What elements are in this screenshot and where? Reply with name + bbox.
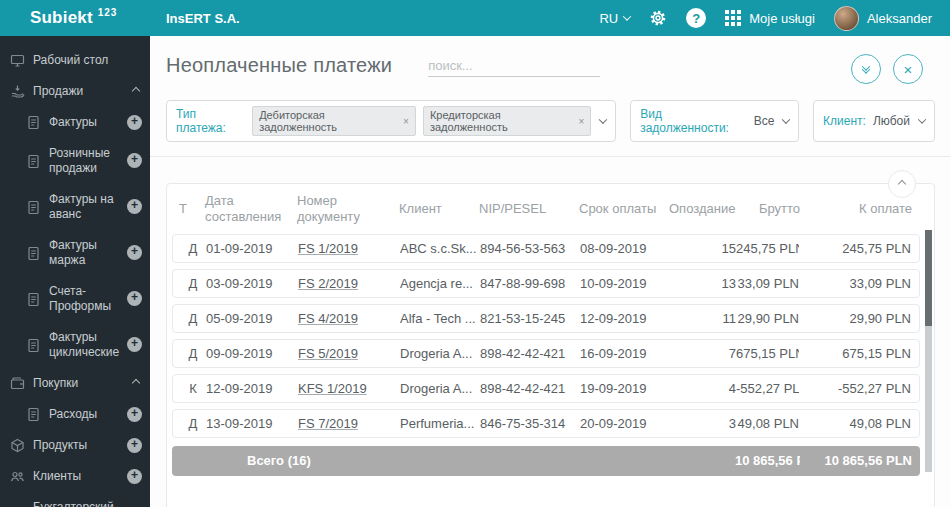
add-icon[interactable]: +: [127, 115, 142, 130]
sidebar-item-label: Счета-Проформы: [49, 284, 124, 314]
filter-label: Вид задолженности:: [640, 107, 747, 135]
sidebar-item-expenses[interactable]: Расходы +: [0, 399, 150, 430]
sidebar-item-products[interactable]: Продукты +: [0, 430, 150, 461]
filter-tag[interactable]: Дебиторская задолженность ×: [252, 106, 416, 136]
cell-date: 13-09-2019: [206, 416, 298, 431]
cell-delay: 4: [670, 381, 736, 396]
add-icon[interactable]: +: [127, 407, 142, 422]
help-icon: ?: [692, 11, 700, 26]
sidebar-section-sales[interactable]: Продажи: [0, 76, 150, 107]
table-row[interactable]: Д 09-09-2019 FS 5/2019 Drogeria A... 898…: [172, 339, 920, 368]
cell-type: Д: [180, 276, 206, 291]
top-bar: Subiekt 123 InsERT S.A. RU ? Moje usługi…: [0, 0, 950, 36]
table-row[interactable]: Д 03-09-2019 FS 2/2019 Agencja re... 847…: [172, 269, 920, 298]
close-icon: ×: [904, 62, 913, 77]
add-icon[interactable]: +: [127, 153, 142, 168]
sidebar-section-purchases[interactable]: Покупки: [0, 368, 150, 399]
column-header-type[interactable]: Т: [179, 201, 205, 217]
my-services-button[interactable]: Moje usługi: [725, 10, 815, 26]
add-icon[interactable]: +: [127, 337, 142, 352]
cell-client: Perfumeria...: [400, 416, 480, 431]
sidebar-item-label: Продажи: [33, 84, 124, 99]
table-row[interactable]: К 12-09-2019 KFS 1/2019 Drogeria A... 89…: [172, 374, 920, 403]
table-row[interactable]: Д 13-09-2019 FS 7/2019 Perfumeria... 846…: [172, 409, 920, 438]
sidebar: Рабочий стол Продажи Фактуры + Розничные…: [0, 36, 150, 507]
remove-tag-icon[interactable]: ×: [579, 116, 585, 127]
cell-type: Д: [180, 241, 206, 256]
summary-label: Всего (16): [205, 453, 399, 468]
scrollbar-thumb[interactable]: [925, 230, 932, 326]
main-header: Неоплаченные платежи × Тип платежа: Деби…: [150, 36, 950, 157]
scrollbar-track[interactable]: [925, 230, 932, 472]
sidebar-item-label: Фактуры циклические: [49, 330, 124, 360]
sidebar-item-accounting[interactable]: Бухгалтерский учет +: [0, 492, 150, 507]
add-icon[interactable]: +: [127, 291, 142, 306]
cell-type: К: [180, 381, 206, 396]
document-link[interactable]: FS 1/2019: [298, 241, 358, 256]
sidebar-item-invoices[interactable]: Фактуры +: [0, 107, 150, 138]
filter-client[interactable]: Клиент: Любой: [813, 100, 935, 142]
cell-date: 01-09-2019: [206, 241, 298, 256]
column-header-client[interactable]: Клиент: [399, 201, 479, 217]
chevron-up-icon: [898, 180, 906, 188]
add-icon[interactable]: +: [127, 199, 142, 214]
column-header-topay[interactable]: К оплате: [800, 201, 912, 217]
sidebar-item-clients[interactable]: Клиенты +: [0, 461, 150, 492]
column-header-doc[interactable]: Номер документу: [297, 193, 399, 226]
search-box: [428, 58, 600, 77]
collapse-table-button[interactable]: [888, 170, 916, 198]
sidebar-item-label: Фактуры на аванс: [49, 192, 124, 222]
column-header-delay[interactable]: Опоздание: [669, 201, 735, 217]
expand-all-button[interactable]: [851, 54, 881, 84]
add-icon[interactable]: +: [127, 469, 142, 484]
document-link[interactable]: FS 5/2019: [298, 346, 358, 361]
sidebar-item-desktop[interactable]: Рабочий стол: [0, 45, 150, 76]
document-icon: [26, 407, 41, 422]
sales-icon: [10, 84, 25, 99]
document-link[interactable]: FS 4/2019: [298, 311, 358, 326]
cell-nip: 847-88-99-698: [480, 276, 580, 291]
cell-nip: 898-42-42-421: [480, 381, 580, 396]
help-button[interactable]: ?: [686, 8, 706, 28]
document-link[interactable]: FS 7/2019: [298, 416, 358, 431]
user-menu[interactable]: Aleksander: [834, 6, 932, 31]
cell-due: 16-09-2019: [580, 346, 670, 361]
cell-delay: 7: [670, 346, 736, 361]
language-selector[interactable]: RU: [599, 11, 630, 26]
wallet-icon: [10, 376, 25, 391]
app-logo[interactable]: Subiekt 123: [30, 8, 117, 27]
table-row[interactable]: Д 01-09-2019 FS 1/2019 ABC s.c.Sk... 894…: [172, 234, 920, 263]
chevron-up-icon: [132, 86, 140, 94]
column-header-date[interactable]: Дата составления: [205, 193, 297, 226]
filter-tag[interactable]: Кредиторская задолженность ×: [423, 106, 592, 136]
chevron-down-icon: [782, 115, 790, 123]
close-button[interactable]: ×: [893, 54, 923, 84]
sidebar-item-advance-invoices[interactable]: Фактуры на аванс +: [0, 184, 150, 230]
document-link[interactable]: KFS 1/2019: [298, 381, 367, 396]
column-header-nip[interactable]: NIP/PESEL: [479, 201, 579, 217]
company-name: InsERT S.A.: [166, 11, 240, 26]
settings-button[interactable]: [649, 9, 667, 27]
table-row[interactable]: Д 05-09-2019 FS 4/2019 Alfa - Tech ... 8…: [172, 304, 920, 333]
gear-icon: [649, 9, 667, 27]
document-icon: [26, 338, 41, 353]
search-input[interactable]: [428, 58, 604, 73]
sidebar-item-margin-invoices[interactable]: Фактуры маржа +: [0, 230, 150, 276]
filter-payment-type[interactable]: Тип платежа: Дебиторская задолженность ×…: [166, 100, 616, 142]
sidebar-item-proforma[interactable]: Счета-Проформы +: [0, 276, 150, 322]
sidebar-item-recurring-invoices[interactable]: Фактуры циклические +: [0, 322, 150, 368]
cell-topay: 33,09 PLN: [799, 276, 911, 291]
document-link[interactable]: FS 2/2019: [298, 276, 358, 291]
main-content: Неоплаченные платежи × Тип платежа: Деби…: [150, 36, 950, 507]
column-header-due[interactable]: Срок оплаты: [579, 201, 669, 217]
filter-debt-kind[interactable]: Вид задолженности: Все: [630, 100, 799, 142]
add-icon[interactable]: +: [127, 438, 142, 453]
my-services-label: Moje usługi: [749, 11, 815, 26]
sidebar-item-retail-sales[interactable]: Розничные продажи +: [0, 138, 150, 184]
sidebar-item-label: Клиенты: [33, 469, 124, 484]
add-icon[interactable]: +: [127, 245, 142, 260]
table-header-row: Т Дата составления Номер документу Клиен…: [167, 184, 934, 234]
remove-tag-icon[interactable]: ×: [403, 116, 409, 127]
column-header-gross[interactable]: Брутто: [735, 201, 800, 217]
cell-nip: 821-53-15-245: [480, 311, 580, 326]
